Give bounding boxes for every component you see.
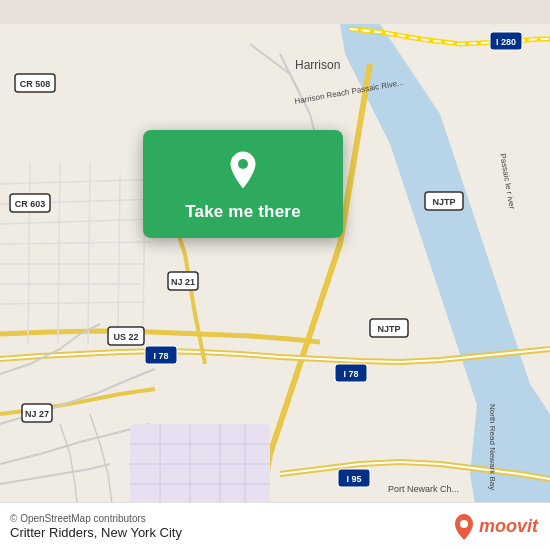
svg-text:Harrison: Harrison: [295, 58, 340, 72]
bottom-left-info: © OpenStreetMap contributors Critter Rid…: [10, 513, 182, 540]
svg-text:NJTP: NJTP: [432, 197, 455, 207]
moovit-pin-icon: [453, 513, 475, 541]
location-pin-icon: [221, 148, 265, 192]
svg-text:I 78: I 78: [153, 351, 168, 361]
moovit-brand-text: moovit: [479, 516, 538, 537]
svg-text:CR 603: CR 603: [15, 199, 46, 209]
take-me-there-label: Take me there: [185, 202, 301, 222]
moovit-logo[interactable]: moovit: [453, 513, 538, 541]
map-background: NJTP NJTP I 280 I 78 I 78 US 22 NJ 21 NJ…: [0, 0, 550, 550]
location-label: Critter Ridders, New York City: [10, 525, 182, 540]
svg-text:North Read Newark Bay: North Read Newark Bay: [488, 404, 497, 490]
take-me-there-card[interactable]: Take me there: [143, 130, 343, 238]
svg-text:NJ 27: NJ 27: [25, 409, 49, 419]
svg-point-52: [238, 159, 248, 169]
svg-text:US 22: US 22: [113, 332, 138, 342]
svg-text:I 280: I 280: [496, 37, 516, 47]
bottom-bar: © OpenStreetMap contributors Critter Rid…: [0, 502, 550, 550]
svg-text:CR 508: CR 508: [20, 79, 51, 89]
svg-text:I 78: I 78: [343, 369, 358, 379]
map-container: NJTP NJTP I 280 I 78 I 78 US 22 NJ 21 NJ…: [0, 0, 550, 550]
svg-text:Port Newark Ch...: Port Newark Ch...: [388, 484, 459, 494]
svg-point-53: [460, 520, 468, 528]
svg-text:NJ 21: NJ 21: [171, 277, 195, 287]
svg-text:I 95: I 95: [346, 474, 361, 484]
svg-text:NJTP: NJTP: [377, 324, 400, 334]
copyright-text: © OpenStreetMap contributors: [10, 513, 182, 524]
